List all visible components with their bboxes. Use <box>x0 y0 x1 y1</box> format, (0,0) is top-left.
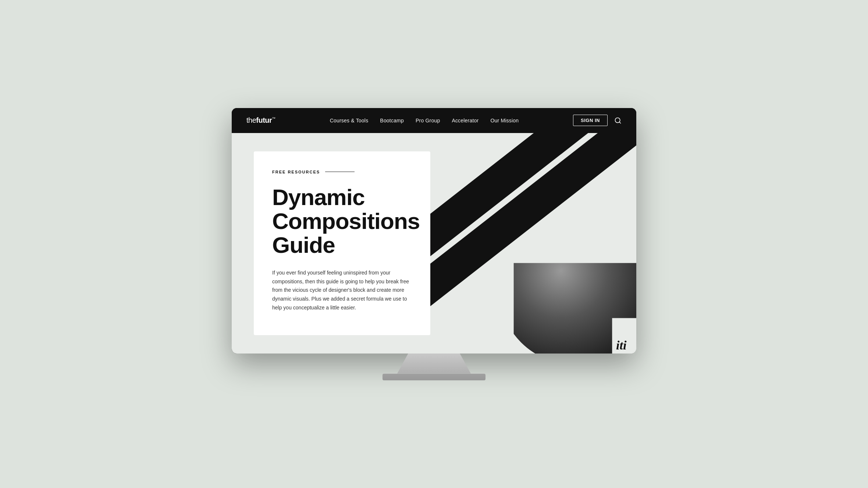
hero-title: Dynamic Compositions Guide <box>272 185 412 257</box>
trademark: ™ <box>272 116 275 121</box>
sign-in-button[interactable]: SIGN IN <box>573 115 608 126</box>
hero-visual: iti <box>430 133 636 354</box>
svg-text:iti: iti <box>616 338 627 352</box>
badge-container: FREE RESOURCES <box>272 170 412 174</box>
nav-bootcamp[interactable]: Bootcamp <box>380 118 404 123</box>
svg-line-1 <box>619 122 621 123</box>
hero-card: FREE RESOURCES Dynamic Compositions Guid… <box>254 151 430 335</box>
nav-our-mission[interactable]: Our Mission <box>490 118 519 123</box>
main-content: FREE RESOURCES Dynamic Compositions Guid… <box>232 133 636 354</box>
badge-line <box>325 172 355 172</box>
monitor-screen: thefutur™ Courses & Tools Bootcamp Pro G… <box>232 108 636 354</box>
nav-pro-group[interactable]: Pro Group <box>416 118 440 123</box>
search-icon <box>614 117 622 124</box>
navbar: thefutur™ Courses & Tools Bootcamp Pro G… <box>232 108 636 133</box>
nav-accelerator[interactable]: Accelerator <box>452 118 479 123</box>
visual-shapes: iti <box>430 133 636 354</box>
monitor-base <box>383 374 485 380</box>
geometric-svg: iti <box>430 133 636 354</box>
search-button[interactable] <box>614 117 622 124</box>
hero-description: If you ever find yourself feeling uninsp… <box>272 269 412 312</box>
nav-links: Courses & Tools Bootcamp Pro Group Accel… <box>330 118 519 123</box>
brand-logo[interactable]: thefutur™ <box>246 116 275 125</box>
nav-actions: SIGN IN <box>573 115 622 126</box>
nav-courses-tools[interactable]: Courses & Tools <box>330 118 369 123</box>
free-resources-badge: FREE RESOURCES <box>272 170 320 174</box>
browser-window: thefutur™ Courses & Tools Bootcamp Pro G… <box>232 108 636 354</box>
monitor-stand <box>397 354 471 374</box>
